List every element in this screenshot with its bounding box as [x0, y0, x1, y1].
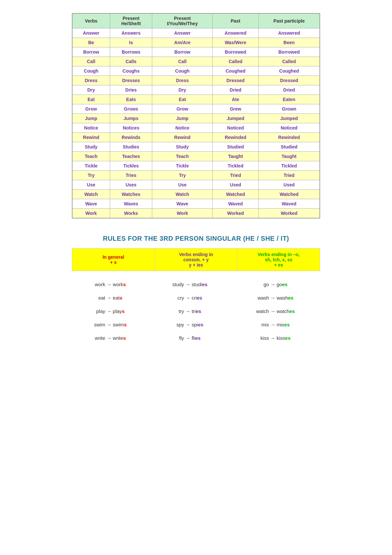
header-present-i: PresentI/You/We/They [152, 13, 213, 28]
table-cell: Ate [213, 95, 259, 104]
table-cell: Used [213, 180, 259, 190]
table-cell: Dresses [110, 76, 152, 85]
table-cell: Rewinds [110, 133, 152, 142]
table-cell: Coughed [213, 66, 259, 76]
table-cell: Grown [258, 104, 320, 114]
table-cell: Am/Are [152, 38, 213, 47]
table-cell: Wave [72, 199, 110, 209]
table-cell: Watch [152, 190, 213, 199]
table-cell: Work [72, 209, 110, 218]
table-cell: Uses [110, 180, 152, 190]
rules-example-row: play → playstry → trieswatch → watches [72, 304, 320, 318]
table-row: GrowGrowsGrowGrewGrown [72, 104, 320, 114]
table-cell: Grows [110, 104, 152, 114]
table-cell: Rewinded [213, 133, 259, 142]
table-cell: Watches [110, 190, 152, 199]
table-cell: Tried [213, 171, 259, 180]
table-row: StudyStudiesStudyStudiedStudied [72, 142, 320, 152]
table-cell: Been [258, 38, 320, 47]
table-cell: Cough [152, 66, 213, 76]
rules-example-row: eat → eatscry → crieswash → washes [72, 291, 320, 304]
table-row: BorrowBorrowsBorrowBorrowedBorrowed [72, 47, 320, 57]
rules-example-cell: fly → flies [149, 331, 231, 345]
table-row: BeIsAm/AreWas/WereBeen [72, 38, 320, 47]
table-cell: Tickled [213, 161, 259, 171]
table-cell: Jump [152, 114, 213, 123]
table-cell: Is [110, 38, 152, 47]
table-cell: Borrow [72, 47, 110, 57]
table-cell: Notice [152, 123, 213, 133]
table-row: NoticeNoticesNoticeNoticedNoticed [72, 123, 320, 133]
table-cell: Borrow [152, 47, 213, 57]
table-cell: Tickled [258, 161, 320, 171]
header-past-participle: Past participle [258, 13, 320, 28]
table-row: UseUsesUseUsedUsed [72, 180, 320, 190]
table-cell: Work [152, 209, 213, 218]
table-cell: Tickle [72, 161, 110, 171]
rules-example-cell: write → writes [72, 331, 149, 345]
table-cell: Teaches [110, 152, 152, 161]
rules-header-conson: Verbs ending inconson. + yy + ies [155, 249, 237, 271]
table-cell: Tries [110, 171, 152, 180]
table-cell: Taught [258, 152, 320, 161]
rules-example-cell: eat → eats [72, 291, 149, 304]
verb-conjugation-table: Verbs PresentHe/She/It PresentI/You/We/T… [72, 13, 320, 218]
table-cell: Answer [152, 28, 213, 38]
table-cell: Try [72, 171, 110, 180]
rules-example-cell: cry → cries [149, 291, 231, 304]
table-cell: Coughs [110, 66, 152, 76]
rules-examples-table: work → worksstudy → studiesgo → goeseat … [72, 278, 320, 345]
table-cell: Answered [258, 28, 320, 38]
table-cell: Grow [72, 104, 110, 114]
table-cell: Dressed [258, 76, 320, 85]
table-cell: Called [213, 57, 259, 66]
table-row: WorkWorksWorkWorkedWorked [72, 209, 320, 218]
table-cell: Use [72, 180, 110, 190]
rules-example-cell: mix → mixes [231, 318, 320, 331]
table-cell: Waves [110, 199, 152, 209]
table-cell: Dress [152, 76, 213, 85]
table-cell: Eats [110, 95, 152, 104]
table-cell: Study [152, 142, 213, 152]
table-row: DryDriesDryDriedDried [72, 85, 320, 95]
header-verbs: Verbs [72, 13, 110, 28]
table-row: RewindRewindsRewindRewindedRewinded [72, 133, 320, 142]
table-cell: Waved [213, 199, 259, 209]
rules-example-cell: kiss → kisses [231, 331, 320, 345]
table-cell: Dry [72, 85, 110, 95]
table-cell: Borrowed [213, 47, 259, 57]
table-cell: Try [152, 171, 213, 180]
table-cell: Jumped [258, 114, 320, 123]
table-row: DressDressesDressDressedDressed [72, 76, 320, 85]
table-cell: Eat [152, 95, 213, 104]
table-row: WatchWatchesWatchWatchedWatched [72, 190, 320, 199]
table-row: TryTriesTryTriedTried [72, 171, 320, 180]
verb-table-section: Verbs PresentHe/She/It PresentI/You/We/T… [20, 13, 372, 218]
table-cell: Call [72, 57, 110, 66]
table-cell: Dries [110, 85, 152, 95]
table-cell: Dress [72, 76, 110, 85]
rules-header-es: Verbs ending in –o,sh, tch, x, ss+ es [237, 249, 320, 271]
table-cell: Watched [213, 190, 259, 199]
table-cell: Cough [72, 66, 110, 76]
table-cell: Taught [213, 152, 259, 161]
table-cell: Call [152, 57, 213, 66]
table-cell: Works [110, 209, 152, 218]
rules-example-cell: go → goes [231, 278, 320, 291]
rules-example-row: swim → swimsspy → spiesmix → mixes [72, 318, 320, 331]
table-row: TickleTicklesTickleTickledTickled [72, 161, 320, 171]
table-cell: Calls [110, 57, 152, 66]
rules-example-cell: work → works [72, 278, 149, 291]
table-cell: Study [72, 142, 110, 152]
table-cell: Coughed [258, 66, 320, 76]
table-cell: Answer [72, 28, 110, 38]
table-cell: Rewind [152, 133, 213, 142]
table-cell: Notices [110, 123, 152, 133]
table-cell: Answers [110, 28, 152, 38]
table-cell: Waved [258, 199, 320, 209]
table-cell: Studied [213, 142, 259, 152]
table-cell: Eaten [258, 95, 320, 104]
table-cell: Eat [72, 95, 110, 104]
table-cell: Tickle [152, 161, 213, 171]
table-row: CallCallsCallCalledCalled [72, 57, 320, 66]
